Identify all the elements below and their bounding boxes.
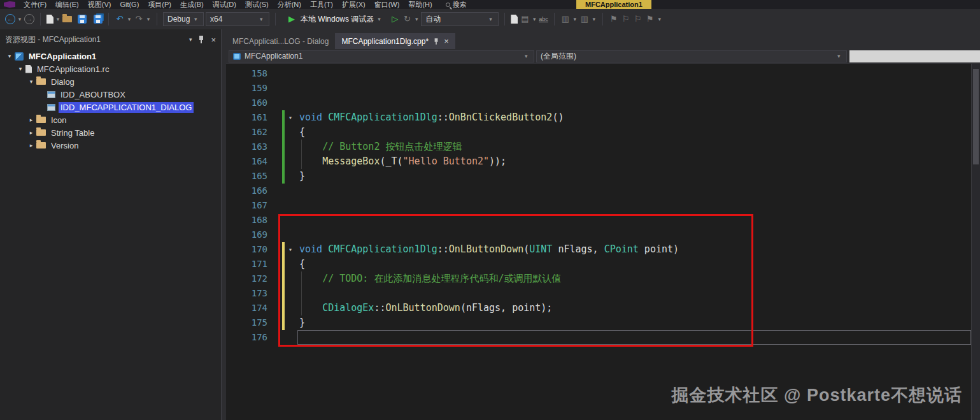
tree-item-icon[interactable]: ▸Icon <box>0 113 221 126</box>
fold-collapse-icon[interactable]: ▾ <box>285 242 295 257</box>
chevron-down-icon[interactable]: ▾ <box>27 78 36 85</box>
code-line-161[interactable]: 161▾void CMFCApplication1Dlg::OnBnClicke… <box>226 110 971 125</box>
code-line-173[interactable]: 173 <box>226 286 971 301</box>
word-completion-icon[interactable]: abc <box>539 16 548 22</box>
comment-dropdown-icon[interactable]: ▾ <box>572 14 578 24</box>
tree-item-idd-aboutbox[interactable]: IDD_ABOUTBOX <box>0 88 221 101</box>
play-icon: ▶ <box>287 14 297 24</box>
code-line-163[interactable]: 163 // Button2 按钮点击处理逻辑 <box>226 140 971 154</box>
solution-platform-dropdown[interactable]: x64 ▾ <box>206 12 269 26</box>
chevron-down-icon[interactable]: ▾ <box>5 53 14 59</box>
chevron-down-icon[interactable]: ▾ <box>16 66 25 72</box>
tab-mfcapplication-dialog[interactable]: MFCApplicati...LOG - Dialog <box>226 33 335 49</box>
menu-item[interactable]: 工具(T) <box>306 0 337 9</box>
menu-item[interactable]: 调试(D) <box>208 0 241 9</box>
code-line-162[interactable]: 162{ <box>226 125 971 140</box>
hot-reload-icon[interactable]: ↻ <box>402 14 412 24</box>
menu-item[interactable]: 视图(V) <box>83 0 116 9</box>
start-debugging-button[interactable]: ▶ 本地 Windows 调试器 ▾ <box>281 12 388 26</box>
tree-item-dialog[interactable]: ▾Dialog <box>0 75 221 88</box>
code-line-174[interactable]: 174 CDialogEx::OnLButtonDown(nFlags, poi… <box>226 301 971 315</box>
code-line-170[interactable]: 170▾void CMFCApplication1Dlg::OnLButtonD… <box>226 242 971 257</box>
menu-item[interactable]: 窗口(W) <box>370 0 404 9</box>
code-editor[interactable]: 158159160161▾void CMFCApplication1Dlg::O… <box>226 64 971 420</box>
clear-bookmarks-icon[interactable]: ⚑ <box>645 14 655 24</box>
chevron-right-icon[interactable]: ▸ <box>27 117 36 123</box>
vertical-scrollbar[interactable] <box>971 64 980 420</box>
toggle-bookmark-icon[interactable]: ⚑ <box>609 14 619 24</box>
menu-item[interactable]: 测试(S) <box>241 0 273 9</box>
code-line-172[interactable]: 172 // TODO: 在此添加消息处理程序代码和/或调用默认值 <box>226 272 971 286</box>
save-all-icon[interactable] <box>94 15 103 24</box>
line-number: 173 <box>226 286 267 301</box>
code-line-175[interactable]: 175} <box>226 315 971 330</box>
uncomment-dropdown-icon[interactable]: ▾ <box>592 14 597 24</box>
previous-bookmark-icon[interactable]: ⚐ <box>621 14 631 24</box>
close-icon[interactable]: × <box>211 35 216 45</box>
change-tracking-yellow-bar <box>282 315 285 330</box>
code-line-158[interactable]: 158 <box>226 66 971 81</box>
menu-item[interactable]: 文件(F) <box>19 0 51 9</box>
code-line-169[interactable]: 169 <box>226 228 971 242</box>
search-icon <box>446 3 450 7</box>
tab-mfcapplication1dlg-cpp[interactable]: MFCApplication1Dlg.cpp* × <box>335 33 455 49</box>
panel-menu-icon[interactable]: ▾ <box>189 36 192 43</box>
menu-item[interactable]: 分析(N) <box>273 0 306 9</box>
code-line-167[interactable]: 167 <box>226 198 971 213</box>
menu-item[interactable]: 编辑(E) <box>51 0 83 9</box>
tree-item-version[interactable]: ▸Version <box>0 139 221 152</box>
comment-selection-icon[interactable]: ▥ <box>560 14 571 24</box>
new-file-dropdown-icon[interactable]: ▾ <box>55 14 60 24</box>
redo-dropdown-icon[interactable]: ▾ <box>146 14 151 24</box>
tree-item-mfcapplication1[interactable]: ▾MFCApplication1 <box>0 50 221 62</box>
pin-icon[interactable] <box>198 35 204 44</box>
save-icon[interactable] <box>78 15 87 24</box>
code-line-164[interactable]: 164 MessageBox(_T("Hello Button2")); <box>226 154 971 169</box>
undo-dropdown-icon[interactable]: ▾ <box>127 14 132 24</box>
bookmarks-dropdown-icon[interactable]: ▾ <box>657 14 662 24</box>
folder-icon <box>36 117 46 123</box>
next-bookmark-icon[interactable]: ⚐ <box>633 14 643 24</box>
start-without-debugging-icon[interactable]: ▷ <box>390 14 400 24</box>
tree-item-mfcapplication1-rc[interactable]: ▾MFCApplication1.rc <box>0 62 221 75</box>
navigate-backward-icon[interactable]: ← <box>5 14 15 24</box>
menu-item[interactable]: 扩展(X) <box>337 0 370 9</box>
new-file-icon[interactable] <box>46 15 53 24</box>
chevron-right-icon[interactable]: ▸ <box>27 142 36 148</box>
search-box[interactable]: 搜索 <box>446 0 467 10</box>
code-line-171[interactable]: 171{ <box>226 257 971 272</box>
chevron-right-icon[interactable]: ▸ <box>27 129 36 136</box>
menu-item[interactable]: 帮助(H) <box>404 0 436 9</box>
member-list-dropdown-icon[interactable]: ▾ <box>532 14 537 24</box>
project-scope-dropdown[interactable]: MFCApplication1 ▾ <box>229 50 534 62</box>
change-tracking-green-bar <box>282 154 285 169</box>
pin-icon[interactable] <box>434 38 439 45</box>
chevron-down-icon: ▾ <box>378 16 383 22</box>
code-line-160[interactable]: 160 <box>226 96 971 110</box>
menu-item[interactable]: Git(G) <box>115 0 143 9</box>
tree-item-idd-mfcapplication1-dialog[interactable]: IDD_MFCAPPLICATION1_DIALOG <box>0 101 221 113</box>
open-file-icon[interactable] <box>62 16 72 22</box>
code-line-166[interactable]: 166 <box>226 184 971 198</box>
hot-reload-dropdown-icon[interactable]: ▾ <box>414 14 419 24</box>
redo-icon[interactable]: ↷ <box>134 14 144 24</box>
menu-item[interactable]: 项目(P) <box>143 0 176 9</box>
exceptions-mode-dropdown[interactable]: 自动 ▾ <box>421 12 499 26</box>
undo-icon[interactable]: ↶ <box>115 14 125 24</box>
fold-collapse-icon[interactable]: ▾ <box>285 110 295 125</box>
type-scope-dropdown[interactable]: (全局范围) ▾ <box>536 50 847 62</box>
scrollbar-thumb[interactable] <box>973 69 979 164</box>
member-list-icon[interactable]: ▤ <box>520 14 530 24</box>
navigate-backward-dropdown-icon[interactable]: ▾ <box>17 14 22 24</box>
uncomment-selection-icon[interactable]: ▥ <box>579 14 590 24</box>
code-line-168[interactable]: 168 <box>226 213 971 228</box>
find-in-files-icon[interactable] <box>511 15 518 24</box>
tree-item-string-table[interactable]: ▸String Table <box>0 126 221 139</box>
code-line-165[interactable]: 165} <box>226 169 971 184</box>
menu-item[interactable]: 生成(B) <box>176 0 208 9</box>
navigate-forward-icon[interactable]: → <box>24 14 34 24</box>
close-icon[interactable]: × <box>444 36 449 46</box>
solution-configuration-dropdown[interactable]: Debug ▾ <box>163 12 204 26</box>
code-line-176[interactable]: 176 <box>226 330 971 345</box>
code-line-159[interactable]: 159 <box>226 81 971 96</box>
